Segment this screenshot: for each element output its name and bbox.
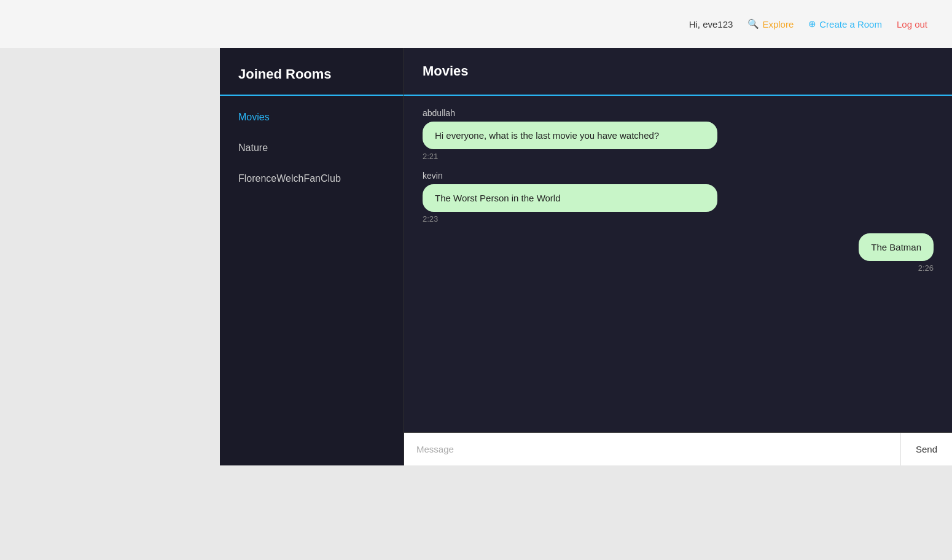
message-bubble-1: Hi everyone, what is the last movie you …	[423, 122, 717, 149]
send-button[interactable]: Send	[900, 433, 952, 465]
explore-icon: 🔍	[747, 18, 759, 29]
explore-link[interactable]: 🔍 Explore	[747, 18, 794, 29]
sidebar: Joined Rooms Movies Nature FlorenceWelch…	[220, 48, 404, 465]
message-time-1: 2:21	[423, 152, 934, 161]
chat-header: Movies	[404, 48, 952, 96]
message-bubble-2: The Worst Person in the World	[423, 184, 717, 212]
top-nav: Hi, eve123 🔍 Explore ⊕ Create a Room Log…	[0, 0, 952, 48]
chat-input-area: Send	[404, 432, 952, 465]
messages-container: abdullah Hi everyone, what is the last m…	[404, 96, 952, 432]
main-container: Joined Rooms Movies Nature FlorenceWelch…	[220, 48, 952, 465]
message-time-2: 2:23	[423, 214, 934, 224]
message-group-1: abdullah Hi everyone, what is the last m…	[423, 108, 934, 161]
sidebar-item-nature[interactable]: Nature	[220, 133, 404, 163]
sidebar-rooms: Movies Nature FlorenceWelchFanClub	[220, 96, 404, 194]
sidebar-item-florencewelchfanclub[interactable]: FlorenceWelchFanClub	[220, 163, 404, 194]
nav-greeting: Hi, eve123	[689, 19, 733, 29]
create-room-link[interactable]: ⊕ Create a Room	[808, 18, 882, 29]
logout-link[interactable]: Log out	[897, 19, 927, 29]
message-group-2: kevin The Worst Person in the World 2:23	[423, 171, 934, 224]
message-input[interactable]	[404, 433, 900, 465]
sidebar-header: Joined Rooms	[220, 48, 404, 96]
message-sender-2: kevin	[423, 171, 934, 181]
chat-room-title: Movies	[423, 63, 469, 79]
message-sender-1: abdullah	[423, 108, 934, 118]
create-icon: ⊕	[808, 18, 816, 29]
message-time-3: 2:26	[918, 263, 934, 273]
sidebar-item-movies[interactable]: Movies	[220, 102, 404, 133]
sidebar-title: Joined Rooms	[238, 66, 332, 82]
message-group-3: The Batman 2:26	[423, 233, 934, 273]
chat-area: Movies abdullah Hi everyone, what is the…	[404, 48, 952, 465]
message-bubble-3: The Batman	[859, 233, 934, 261]
